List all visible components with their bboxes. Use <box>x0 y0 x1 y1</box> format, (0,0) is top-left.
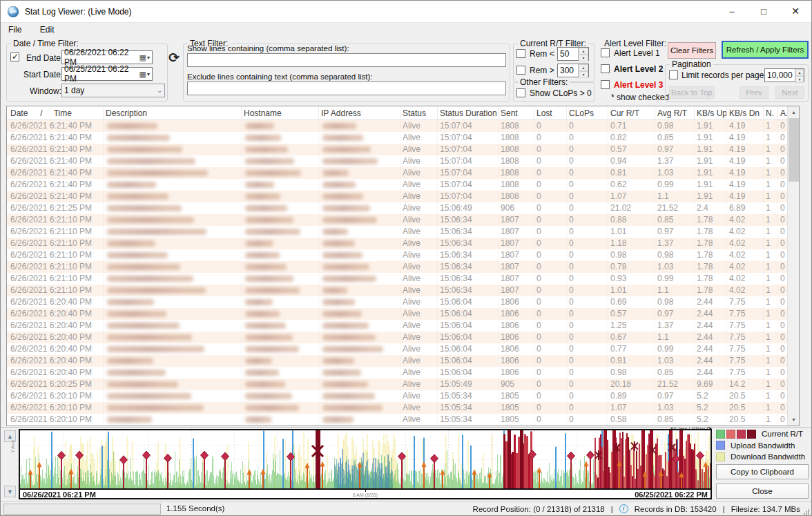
column-header-col11[interactable]: KB/s Up <box>695 106 727 120</box>
column-header-col6[interactable]: Sent <box>499 106 534 120</box>
maximize-button[interactable]: □ <box>748 1 780 22</box>
column-header-col7[interactable]: Lost <box>534 106 567 120</box>
column-header-ip-address[interactable]: IP Address <box>319 106 400 120</box>
table-row[interactable]: 6/26/2021 6:20:40 PMAlive15:06:041806000… <box>7 343 789 355</box>
end-date-calendar-icon[interactable]: ▦▾ <box>139 53 150 62</box>
bandwidth-graph[interactable] <box>20 430 710 489</box>
end-date-checkbox[interactable] <box>10 52 19 61</box>
table-cell: 0.98 <box>608 367 655 379</box>
table-row[interactable]: 6/26/2021 6:20:10 PMAlive15:05:341805000… <box>7 390 789 402</box>
table-cell: Alive <box>400 390 438 402</box>
column-header-col8[interactable]: CLoPs <box>567 106 608 120</box>
table-cell: 0 <box>567 308 608 320</box>
table-cell: 4.19 <box>727 167 764 179</box>
column-header-col10[interactable]: Avg R/T <box>655 106 695 120</box>
start-date-picker[interactable]: 06/25/2021 06:22 PM ▦▾ <box>61 67 153 81</box>
spinner-arrows-icon[interactable]: ▲▼ <box>578 48 588 60</box>
table-cell: 1806 <box>499 320 534 332</box>
resize-grip-icon[interactable] <box>808 513 809 515</box>
table-cell: 0.91 <box>608 355 655 367</box>
table-row[interactable]: 6/26/2021 6:21:40 PMAlive15:07:041808000… <box>7 120 789 132</box>
table-cell: 15:06:49 <box>438 202 499 214</box>
table-row[interactable]: 6/26/2021 6:21:40 PMAlive15:07:041808000… <box>7 167 789 179</box>
table-cell: 1 <box>764 191 778 202</box>
table-row[interactable]: 6/26/2021 6:20:40 PMAlive15:06:041806000… <box>7 308 789 320</box>
alert-level-2-checkbox[interactable] <box>601 64 610 73</box>
table-row[interactable]: 6/26/2021 6:21:10 PMAlive15:06:341807000… <box>7 273 789 285</box>
refresh-apply-filters-button[interactable]: Refresh / Apply Filters <box>722 41 809 59</box>
table-row[interactable]: 6/26/2021 6:21:40 PMAlive15:07:041808000… <box>7 144 789 155</box>
table-cell: 1.91 <box>695 191 727 202</box>
table-row[interactable]: 6/26/2021 6:21:40 PMAlive15:07:041808000… <box>7 155 789 167</box>
table-cell: 15:06:04 <box>438 343 499 355</box>
end-date-picker[interactable]: 06/26/2021 06:22 PM ▦▾ <box>61 50 153 64</box>
alert-level-1-checkbox[interactable] <box>601 48 610 57</box>
copy-to-clipboard-button[interactable]: Copy to Clipboard <box>716 464 809 479</box>
refresh-dates-icon[interactable]: ⟳ <box>168 50 180 64</box>
table-cell: 0.97 <box>655 144 695 155</box>
show-clops-checkbox[interactable] <box>516 88 525 97</box>
table-row[interactable]: 6/26/2021 6:20:10 PMAlive15:05:341805000… <box>7 414 789 426</box>
menu-edit[interactable]: Edit <box>32 23 62 37</box>
clear-filters-button[interactable]: Clear Filters <box>668 42 716 59</box>
show-lines-input[interactable] <box>187 53 506 67</box>
scroll-up-icon[interactable]: ▲ <box>788 106 800 118</box>
column-header-description[interactable]: Description <box>104 106 242 120</box>
table-row[interactable]: 6/26/2021 6:21:40 PMAlive15:07:041808000… <box>7 179 789 191</box>
table-row[interactable]: 6/26/2021 6:21:40 PMAlive15:07:041808000… <box>7 132 789 144</box>
rem-gt-label: Rem > <box>530 66 554 75</box>
column-header-hostname[interactable]: Hostname <box>242 106 319 120</box>
table-cell: Alive <box>400 296 438 308</box>
menu-file[interactable]: File <box>1 23 29 37</box>
table-row[interactable]: 6/26/2021 6:20:40 PMAlive15:06:041806000… <box>7 296 789 308</box>
start-date-calendar-icon[interactable]: ▦▾ <box>139 70 150 79</box>
close-window-button[interactable]: ✕ <box>780 1 811 22</box>
table-row[interactable]: 6/26/2021 6:20:40 PMAlive15:06:041806000… <box>7 332 789 343</box>
scroll-down-icon[interactable]: ▼ <box>788 414 800 426</box>
table-cell: 15:06:04 <box>438 332 499 343</box>
table-cell: 1807 <box>499 261 534 273</box>
table-cell: 0.77 <box>608 343 655 355</box>
limit-records-spinner[interactable]: 10,000 ▲▼ <box>764 68 804 82</box>
table-row[interactable]: 6/26/2021 6:21:25 PMAlive15:06:499060021… <box>7 202 789 214</box>
column-header-col13[interactable]: N. <box>764 106 778 120</box>
alert-level-3-checkbox[interactable] <box>601 80 610 89</box>
table-row[interactable]: 6/26/2021 6:21:40 PMAlive15:07:041808001… <box>7 191 789 202</box>
rem-lt-checkbox[interactable] <box>516 49 525 58</box>
column-header-col9[interactable]: Cur R/T <box>608 106 655 120</box>
info-icon[interactable]: i <box>619 504 628 513</box>
rem-gt-spinner[interactable]: 300 ▲▼ <box>557 64 589 77</box>
table-row[interactable]: 6/26/2021 6:21:10 PMAlive15:06:341807001… <box>7 238 789 249</box>
exclude-lines-input[interactable] <box>187 82 506 95</box>
column-header-col5[interactable]: Status Duration <box>438 106 499 120</box>
table-row[interactable]: 6/26/2021 6:21:10 PMAlive15:06:341807001… <box>7 285 789 296</box>
table-row[interactable]: 6/26/2021 6:20:40 PMAlive15:06:041806000… <box>7 367 789 379</box>
table-row[interactable]: 6/26/2021 6:21:10 PMAlive15:06:341807000… <box>7 214 789 226</box>
column-header-col0[interactable]: Date/Time <box>8 106 104 120</box>
table-cell: 1 <box>764 367 778 379</box>
limit-records-checkbox[interactable] <box>669 70 678 79</box>
column-header-col4[interactable]: Status <box>400 106 438 120</box>
rem-lt-spinner[interactable]: 50 ▲▼ <box>557 47 589 61</box>
window-select[interactable]: 1 day ⌄ <box>61 84 165 97</box>
table-row[interactable]: 6/26/2021 6:21:10 PMAlive15:06:341807001… <box>7 226 789 238</box>
table-row[interactable]: 6/26/2021 6:20:40 PMAlive15:06:041806000… <box>7 355 789 367</box>
table-cell: 4.19 <box>727 144 764 155</box>
table-row[interactable]: 6/26/2021 6:21:10 PMAlive15:06:341807000… <box>7 261 789 273</box>
table-row[interactable]: 6/26/2021 6:20:40 PMAlive15:06:041806001… <box>7 320 789 332</box>
table-cell: 1 <box>764 402 778 414</box>
table-row[interactable]: 6/26/2021 6:20:25 PMAlive15:05:499050020… <box>7 379 789 390</box>
spinner-arrows-icon[interactable]: ▲▼ <box>795 69 804 82</box>
alert-level-1-label: Alert Level 1 <box>614 48 660 58</box>
column-header-col12[interactable]: KB/s Dn <box>727 106 764 120</box>
axis-mid-label: 6 AM (6/26) <box>353 493 378 497</box>
scrollbar-thumb[interactable] <box>789 118 799 182</box>
graph-scroll-down-button[interactable]: ▼ <box>4 486 16 497</box>
table-scrollbar[interactable]: ▲ ▼ <box>787 106 799 426</box>
spinner-arrows-icon[interactable]: ▲▼ <box>578 64 588 77</box>
minimize-button[interactable]: – <box>716 1 748 22</box>
table-row[interactable]: 6/26/2021 6:20:10 PMAlive15:05:341805001… <box>7 402 789 414</box>
close-button[interactable]: Close <box>716 484 809 499</box>
table-row[interactable]: 6/26/2021 6:21:10 PMAlive15:06:341807000… <box>7 249 789 261</box>
rem-gt-checkbox[interactable] <box>516 66 525 75</box>
